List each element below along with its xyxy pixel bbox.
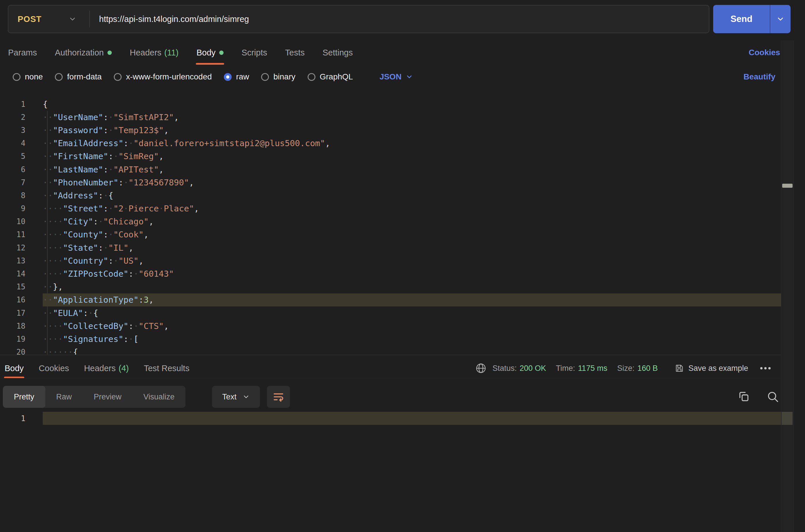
mode-none[interactable]: none (13, 72, 43, 81)
json-punctuation: : (123, 334, 128, 344)
code-line-19[interactable]: 19····"Signatures":·[ (0, 332, 781, 345)
view-pretty[interactable]: Pretty (3, 386, 45, 408)
whitespace-dots: · (88, 308, 93, 318)
mode-x-www-form-urlencoded[interactable]: x-www-form-urlencoded (114, 72, 212, 81)
body-mode-row: none form-data x-www-form-urlencoded raw… (13, 66, 413, 87)
mode-binary[interactable]: binary (261, 72, 295, 81)
tab-headers[interactable]: Headers (11) (130, 40, 178, 65)
response-tab-headers[interactable]: Headers (4) (84, 358, 129, 378)
method-select[interactable]: POST (8, 5, 89, 33)
code-line-8[interactable]: 8··"Address":·{ (0, 189, 781, 202)
json-key: "FirstName" (53, 151, 108, 161)
network-globe-icon[interactable] (475, 362, 487, 374)
response-format-select[interactable]: Text (212, 386, 260, 408)
code-text: ····"Street":·"2·Pierce·Place", (43, 204, 199, 213)
response-tab-body[interactable]: Body (5, 358, 24, 378)
scrollbar-track[interactable] (781, 40, 794, 532)
json-string: "1234567890" (129, 178, 189, 187)
code-line-5[interactable]: 5··"FirstName":·"SimReg", (0, 150, 781, 163)
tab-settings[interactable]: Settings (323, 40, 353, 65)
json-punctuation: , (159, 151, 164, 161)
mode-graphql[interactable]: GraphQL (308, 72, 353, 81)
line-number: 19 (0, 335, 25, 343)
code-line-1[interactable]: 1 (0, 412, 781, 425)
send-button[interactable]: Send (713, 5, 770, 33)
line-number: 11 (0, 230, 25, 239)
json-punctuation: , (159, 165, 164, 174)
response-scrollbar-thumb[interactable] (782, 412, 792, 425)
send-options-button[interactable] (770, 5, 790, 33)
tab-tests[interactable]: Tests (285, 40, 305, 65)
code-line-4[interactable]: 4··"EmailAddress":·"daniel.forero+simtst… (0, 137, 781, 150)
json-key: "City" (63, 216, 93, 226)
code-text: ··"Password":·"Temp123$", (43, 125, 169, 135)
code-line-11[interactable]: 11····"County":·"Cook", (0, 228, 781, 241)
json-punctuation: , (194, 204, 199, 213)
code-text: ··"EmailAddress":·"daniel.forero+simtsta… (43, 138, 330, 148)
copy-response-button[interactable] (737, 390, 750, 403)
request-response-divider[interactable] (0, 355, 781, 355)
line-number: 10 (0, 217, 25, 226)
wrap-text-button[interactable] (267, 386, 290, 408)
whitespace-dots: · (129, 138, 133, 148)
save-as-example-button[interactable]: Save as example (688, 364, 748, 373)
more-options-icon[interactable] (760, 367, 771, 369)
line-number: 1 (0, 100, 25, 109)
code-line-9[interactable]: 9····"Street":·"2·Pierce·Place", (0, 202, 781, 215)
modified-dot (219, 51, 224, 55)
tab-body[interactable]: Body (196, 40, 224, 65)
mode-raw[interactable]: raw (224, 72, 249, 81)
tab-scripts[interactable]: Scripts (242, 40, 267, 65)
code-text: ····"County":·"Cook", (43, 230, 149, 240)
cookies-link[interactable]: Cookies (749, 40, 780, 65)
line-number: 4 (0, 139, 25, 148)
json-key: "UserName" (53, 112, 103, 122)
size-value[interactable]: 160 B (637, 364, 658, 373)
line-number: 9 (0, 204, 25, 213)
code-line-17[interactable]: 17··"EULA":·{ (0, 306, 781, 319)
language-select[interactable]: JSON (380, 72, 413, 81)
response-body-viewer[interactable]: 1 (0, 412, 781, 425)
code-line-3[interactable]: 3··"Password":·"Temp123$", (0, 124, 781, 137)
code-line-12[interactable]: 12····"State":·"IL", (0, 241, 781, 254)
code-line-10[interactable]: 10····"City":·"Chicago", (0, 215, 781, 228)
code-text: ······{ (43, 347, 78, 355)
line-number: 3 (0, 126, 25, 135)
view-preview[interactable]: Preview (83, 386, 133, 408)
code-line-6[interactable]: 6··"LastName":·"APITest", (0, 163, 781, 176)
line-number: 16 (0, 296, 25, 304)
code-line-18[interactable]: 18····"CollectedBy":·"CTS", (0, 319, 781, 332)
mode-form-data[interactable]: form-data (55, 72, 102, 81)
response-tab-test-results[interactable]: Test Results (144, 358, 190, 378)
time-value[interactable]: 1175 ms (578, 364, 608, 373)
view-raw[interactable]: Raw (45, 386, 83, 408)
code-line-2[interactable]: 2··"UserName":·"SimTstAPI2", (0, 111, 781, 124)
whitespace-dots: · (113, 151, 118, 161)
code-line-1[interactable]: 1{ (0, 98, 781, 111)
scrollbar-thumb[interactable] (782, 184, 792, 188)
line-number: 20 (0, 348, 25, 355)
code-line-15[interactable]: 15··}, (0, 281, 781, 293)
json-punctuation: [ (133, 334, 138, 344)
tab-authorization[interactable]: Authorization (55, 40, 112, 65)
code-line-20[interactable]: 20······{ (0, 346, 781, 355)
response-tabs: Body Cookies Headers (4) Test Results (5, 358, 190, 378)
view-visualize[interactable]: Visualize (133, 386, 186, 408)
request-body-editor[interactable]: 1{2··"UserName":·"SimTstAPI2",3··"Passwo… (0, 98, 781, 355)
code-line-16[interactable]: 16··"ApplicationType":3, (0, 293, 781, 306)
code-text: ····"City":·"Chicago", (43, 216, 154, 226)
code-line-14[interactable]: 14····"ZIPPostCode":·"60143" (0, 267, 781, 280)
line-number: 12 (0, 244, 25, 252)
tab-params[interactable]: Params (8, 40, 37, 65)
url-input[interactable]: https://api-sim.t4login.com/admin/simreg (90, 15, 249, 24)
code-line-7[interactable]: 7··"PhoneNumber":·"1234567890", (0, 176, 781, 189)
response-tab-cookies[interactable]: Cookies (39, 358, 69, 378)
beautify-link[interactable]: Beautify (744, 66, 775, 87)
search-response-button[interactable] (766, 390, 779, 403)
json-key: "EmailAddress" (53, 138, 123, 148)
json-punctuation: , (164, 125, 169, 135)
radio-selected-icon (224, 73, 232, 81)
code-line-13[interactable]: 13····"Country":·"US", (0, 254, 781, 267)
status-value[interactable]: 200 OK (520, 364, 546, 373)
json-string: "APITest" (113, 165, 158, 174)
